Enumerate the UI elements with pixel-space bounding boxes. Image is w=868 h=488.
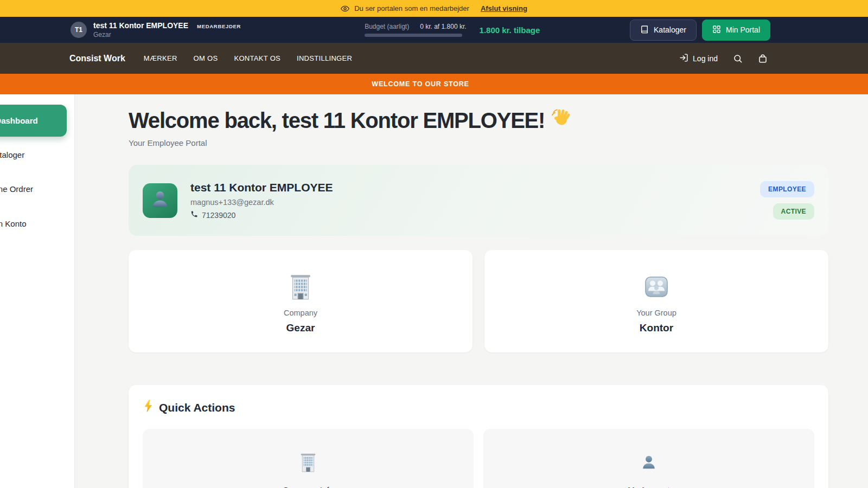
quick-actions-section: Quick Actions Company Info bbox=[129, 385, 828, 488]
company-card[interactable]: Company Gezar bbox=[129, 250, 473, 352]
nav-link-maerker[interactable]: MÆRKER bbox=[144, 54, 177, 62]
eye-icon bbox=[341, 4, 349, 13]
phone-icon bbox=[190, 210, 198, 220]
profile-name: test 11 Kontor EMPLOYEE bbox=[190, 181, 333, 194]
active-badge: ACTIVE bbox=[773, 203, 814, 220]
quick-actions-title: Quick Actions bbox=[159, 401, 235, 414]
group-icon bbox=[484, 273, 828, 301]
login-button[interactable]: Log ind bbox=[679, 53, 718, 64]
company-card-label: Company bbox=[129, 309, 473, 317]
portal-header: T1 test 11 Kontor EMPLOYEE MEDARBEJDER G… bbox=[0, 17, 868, 43]
lightning-bolt-icon bbox=[143, 399, 154, 416]
profile-avatar bbox=[143, 183, 177, 218]
nav-link-kontakt-os[interactable]: KONTAKT OS bbox=[234, 54, 280, 62]
group-card-value: Kontor bbox=[484, 322, 828, 334]
login-icon bbox=[679, 53, 688, 64]
sidebar-item-kataloger[interactable]: Kataloger bbox=[0, 150, 24, 159]
main-content: Welcome back, test 11 Kontor EMPLOYEE! bbox=[75, 94, 868, 488]
profile-card: test 11 Kontor EMPLOYEE magnus+133@gezar… bbox=[129, 165, 828, 236]
budget-block: Budget (aarligt) 0 kr. af 1.800 kr. bbox=[365, 23, 466, 37]
header-user-name: test 11 Kontor EMPLOYEE bbox=[93, 21, 188, 30]
catalogs-button[interactable]: Kataloger bbox=[630, 20, 697, 41]
group-card[interactable]: Your Group Kontor bbox=[484, 250, 828, 352]
sidebar-item-dashboard[interactable]: Dashboard bbox=[0, 105, 67, 137]
bag-icon[interactable] bbox=[758, 54, 768, 63]
header-company-name: Gezar bbox=[93, 31, 241, 38]
budget-label: Budget (aarligt) bbox=[365, 23, 409, 30]
quick-action-label: My Account bbox=[483, 485, 814, 488]
sidebar-item-mine-ordrer[interactable]: Mine Ordrer bbox=[0, 184, 33, 194]
exit-preview-link[interactable]: Afslut visning bbox=[481, 4, 527, 12]
role-badge: MEDARBEJDER bbox=[197, 23, 241, 29]
store-nav: Consist Work MÆRKER OM OS KONTAKT OS IND… bbox=[0, 43, 868, 74]
avatar: T1 bbox=[71, 22, 87, 38]
profile-phone: 71239020 bbox=[202, 211, 235, 220]
grid-icon bbox=[712, 25, 721, 35]
group-card-label: Your Group bbox=[484, 309, 828, 317]
header-user-block: T1 test 11 Kontor EMPLOYEE MEDARBEJDER G… bbox=[71, 21, 241, 38]
preview-mode-banner: Du ser portalen som en medarbejder Afslu… bbox=[0, 0, 868, 17]
my-portal-button[interactable]: Min Portal bbox=[702, 20, 770, 41]
page-title: Welcome back, test 11 Kontor EMPLOYEE! bbox=[129, 107, 828, 133]
budget-usage: 0 kr. af 1.800 kr. bbox=[420, 23, 466, 30]
book-icon bbox=[640, 25, 649, 35]
budget-remaining: 1.800 kr. tilbage bbox=[480, 25, 540, 35]
nav-link-om-os[interactable]: OM OS bbox=[194, 54, 218, 62]
budget-progress-bar bbox=[365, 34, 462, 37]
person-bust-icon bbox=[483, 452, 814, 473]
page-subtitle: Your Employee Portal bbox=[129, 138, 828, 147]
sidebar: Dashboard Kataloger Mine Ordrer Min Kont… bbox=[0, 94, 75, 488]
wave-hand-icon bbox=[551, 107, 572, 133]
employee-badge: EMPLOYEE bbox=[760, 181, 814, 197]
quick-action-company-info[interactable]: Company Info bbox=[143, 429, 474, 488]
quick-action-my-account[interactable]: My Account bbox=[483, 429, 814, 488]
building-icon bbox=[129, 273, 473, 301]
nav-link-indstillinger[interactable]: INDSTILLINGER bbox=[297, 54, 352, 62]
preview-message: Du ser portalen som en medarbejder bbox=[354, 4, 469, 12]
sidebar-item-min-konto[interactable]: Min Konto bbox=[0, 219, 27, 228]
building-icon bbox=[143, 452, 474, 473]
profile-email: magnus+133@gezar.dk bbox=[190, 198, 333, 207]
store-welcome-banner: WELCOME TO OUR STORE bbox=[0, 74, 868, 94]
search-icon[interactable] bbox=[733, 54, 743, 63]
person-bust-icon bbox=[149, 188, 171, 213]
brand-logo[interactable]: Consist Work bbox=[69, 54, 125, 63]
company-card-value: Gezar bbox=[129, 322, 473, 334]
quick-action-label: Company Info bbox=[143, 485, 474, 488]
